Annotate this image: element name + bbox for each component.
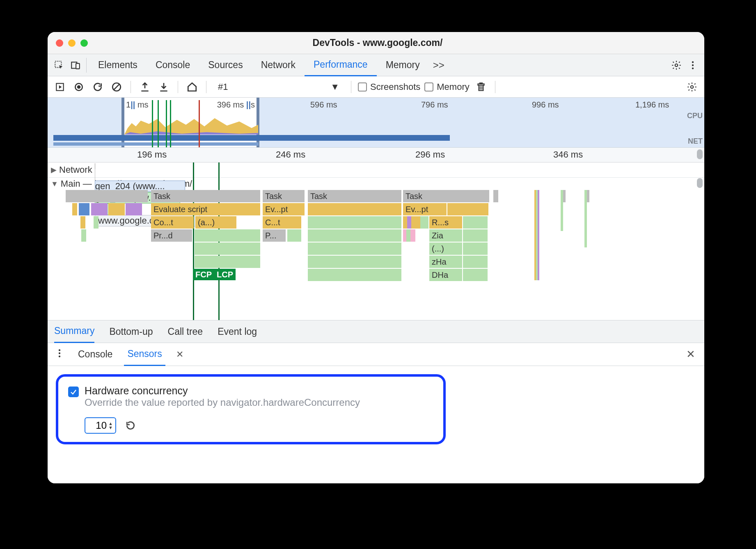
svg-point-9 xyxy=(77,85,81,89)
clear-icon[interactable] xyxy=(109,80,124,94)
flame-node[interactable] xyxy=(80,216,85,229)
vertical-scroll-thumb[interactable] xyxy=(697,149,703,159)
overview-tick: 796 ms xyxy=(421,100,448,110)
flame-node[interactable]: Task xyxy=(308,190,401,202)
hw-concurrency-checkbox[interactable] xyxy=(68,387,79,397)
reset-hw-concurrency-button[interactable] xyxy=(124,419,137,432)
flame-node[interactable]: DHa xyxy=(429,269,462,281)
memory-checkbox[interactable]: Memory xyxy=(424,82,469,92)
flame-node[interactable] xyxy=(108,203,125,215)
flame-node[interactable] xyxy=(415,216,420,229)
flame-node[interactable]: Task xyxy=(403,190,489,202)
tab-network[interactable]: Network xyxy=(252,54,305,76)
flame-node[interactable] xyxy=(584,190,587,247)
flame-node[interactable]: Task xyxy=(151,190,260,202)
flame-node[interactable] xyxy=(561,190,563,231)
tab-sources[interactable]: Sources xyxy=(199,54,252,76)
flame-node[interactable] xyxy=(66,190,148,202)
flame-node[interactable] xyxy=(308,242,401,255)
flame-node[interactable]: R...s xyxy=(429,216,462,229)
flame-node[interactable]: zHa xyxy=(429,256,462,268)
tracks-scroll-thumb[interactable] xyxy=(697,178,703,188)
record-button-icon[interactable] xyxy=(71,80,86,94)
flame-thin-cluster[interactable] xyxy=(534,190,539,280)
hardware-concurrency-callout: Hardware concurrency Override the value … xyxy=(56,374,446,444)
kebab-menu-icon[interactable] xyxy=(54,348,66,361)
flame-node[interactable] xyxy=(463,216,488,229)
flame-node[interactable] xyxy=(72,203,77,215)
number-spinner-icon[interactable]: ▲▼ xyxy=(108,421,113,430)
flame-node[interactable]: Task xyxy=(263,190,305,202)
flame-node[interactable] xyxy=(91,203,108,215)
more-tabs-icon[interactable]: >> xyxy=(429,57,449,73)
settings-gear-icon[interactable] xyxy=(668,57,685,73)
tab-elements[interactable]: Elements xyxy=(89,54,147,76)
record-next-icon[interactable] xyxy=(53,80,67,94)
flame-node[interactable]: Zia xyxy=(429,229,462,242)
tab-summary[interactable]: Summary xyxy=(54,320,94,343)
timeline-overview[interactable]: 1|| ms 396 ms ||s 596 ms 796 ms 996 ms 1… xyxy=(48,98,704,148)
fcp-marker[interactable]: FCP xyxy=(193,269,214,280)
inspect-element-icon[interactable] xyxy=(51,57,67,73)
tab-console[interactable]: Console xyxy=(147,54,199,76)
flame-node[interactable]: Ev...pt xyxy=(403,203,447,215)
close-drawer-icon[interactable]: ✕ xyxy=(684,348,698,361)
flame-node[interactable] xyxy=(126,203,142,215)
flame-node[interactable] xyxy=(308,203,401,215)
overview-net-bar xyxy=(53,135,450,141)
flame-node[interactable]: P... xyxy=(263,229,286,242)
flame-node[interactable]: C...t xyxy=(263,216,301,229)
tab-call-tree[interactable]: Call tree xyxy=(168,320,203,343)
drawer-tab-console[interactable]: Console xyxy=(75,343,116,366)
download-profile-icon[interactable] xyxy=(156,80,171,94)
flame-node[interactable]: Evaluate script xyxy=(151,203,260,215)
hw-concurrency-title: Hardware concurrency xyxy=(85,385,360,397)
flame-node[interactable] xyxy=(308,269,401,281)
flame-node[interactable]: Co...t xyxy=(151,216,194,229)
flame-node[interactable] xyxy=(94,216,99,229)
drawer-tab-sensors[interactable]: Sensors xyxy=(124,343,165,366)
flame-node[interactable] xyxy=(195,229,260,242)
flame-node[interactable]: (...) xyxy=(429,242,462,255)
flame-node[interactable] xyxy=(308,256,401,268)
upload-profile-icon[interactable] xyxy=(137,80,152,94)
flame-node[interactable] xyxy=(287,229,301,242)
flamechart[interactable]: Task Task Task Task Evaluate script Ev..… xyxy=(48,190,704,320)
flame-node[interactable] xyxy=(79,203,89,215)
flame-node[interactable] xyxy=(463,242,488,255)
tab-performance[interactable]: Performance xyxy=(305,54,377,76)
flame-node[interactable] xyxy=(308,229,401,242)
flame-node[interactable] xyxy=(463,229,488,242)
hw-concurrency-input[interactable]: ▲▼ xyxy=(85,417,116,434)
hw-concurrency-value-field[interactable] xyxy=(88,420,107,431)
flame-node[interactable] xyxy=(195,256,260,268)
flame-node[interactable] xyxy=(308,216,401,229)
flame-node[interactable]: Ev...pt xyxy=(263,203,305,215)
tab-event-log[interactable]: Event log xyxy=(218,320,257,343)
flame-node[interactable] xyxy=(463,256,488,268)
flame-node[interactable]: (a...) xyxy=(195,216,236,229)
flame-node[interactable] xyxy=(410,229,415,242)
divider xyxy=(178,81,178,93)
flame-node[interactable] xyxy=(493,190,498,202)
device-toolbar-icon[interactable] xyxy=(67,57,84,73)
lcp-marker[interactable]: LCP xyxy=(214,269,236,280)
screenshots-checkbox[interactable]: Screenshots xyxy=(358,82,420,92)
flame-node[interactable] xyxy=(81,229,86,242)
flame-node[interactable] xyxy=(420,216,428,229)
window-title: DevTools - www.google.com/ xyxy=(59,37,696,48)
tab-memory[interactable]: Memory xyxy=(377,54,429,76)
reload-record-icon[interactable] xyxy=(90,80,105,94)
flame-node[interactable] xyxy=(463,269,488,281)
flame-node[interactable] xyxy=(447,203,488,215)
kebab-menu-icon[interactable] xyxy=(685,57,701,73)
tab-bottom-up[interactable]: Bottom-up xyxy=(109,320,153,343)
flame-node[interactable]: Pr...d xyxy=(151,229,192,242)
close-tab-icon[interactable]: ✕ xyxy=(174,349,186,360)
profile-selector[interactable]: #1 ▼ xyxy=(213,82,344,92)
network-track-header[interactable]: ▶ Network gen_204 (www.... gen_204 (ww..… xyxy=(48,162,704,177)
flame-node[interactable] xyxy=(195,242,260,255)
capture-settings-gear-icon[interactable] xyxy=(685,80,699,94)
collect-garbage-icon[interactable] xyxy=(474,80,488,94)
home-icon[interactable] xyxy=(185,80,199,94)
